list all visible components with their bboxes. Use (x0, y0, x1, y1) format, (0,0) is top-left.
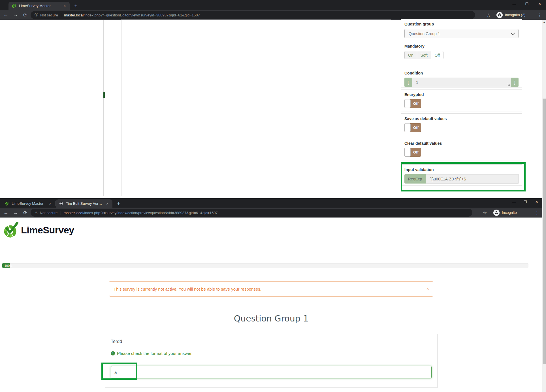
resize-handle-icon[interactable] (507, 84, 510, 86)
survey-navbar: LimeSurvey (0, 218, 542, 243)
mandatory-soft-button[interactable]: Soft (417, 51, 431, 59)
survey-progress-bar: -100% (2, 263, 528, 268)
condition-value: 1 (416, 80, 418, 85)
save-default-card: Save as default values Off (401, 113, 522, 136)
incognito-badge: Incognito (493, 208, 517, 217)
limesurvey-favicon-icon (5, 201, 9, 206)
tab-close-icon[interactable]: × (105, 201, 110, 206)
minimize-button[interactable]: — (508, 0, 521, 8)
condition-input[interactable]: 1 (412, 78, 511, 87)
address-bar[interactable]: ⚠ Not secure master.local /index.php?r=s… (31, 209, 472, 217)
back-icon[interactable]: ← (2, 210, 10, 216)
url-separator (61, 13, 61, 17)
incognito-label: Incognito (2) (505, 13, 525, 17)
input-validation-card: Input validation RegExp ^[\u00E1A-Z0-9\s… (401, 164, 522, 186)
save-default-toggle[interactable]: Off (404, 123, 421, 132)
survey-preview-page: LimeSurvey -100% This survey is currentl… (0, 218, 542, 392)
bookmark-star-icon[interactable]: ☆ (483, 210, 487, 215)
encrypted-toggle-value: Off (411, 99, 421, 108)
incognito-badge: Incognito (2) (496, 11, 525, 19)
globe-favicon-icon (59, 201, 63, 206)
address-bar[interactable]: ⓘ Not secure master.local /index.php?r=q… (31, 11, 475, 19)
browser-menu-icon[interactable]: ⋮ (538, 12, 542, 18)
window-controls: — ❐ ✕ (508, 198, 542, 206)
question-group-card: Question group Question Group 1 (401, 19, 522, 39)
question-group-value: Question Group 1 (409, 31, 440, 36)
mandatory-button-group: On Soft Off (404, 51, 519, 59)
mandatory-off-button[interactable]: Off (431, 51, 443, 59)
validation-tip-text: Please check the format of your answer. (117, 351, 193, 356)
bookmark-star-icon[interactable]: ☆ (487, 12, 490, 18)
chevron-down-icon (511, 31, 515, 35)
incognito-icon (496, 12, 503, 18)
security-label: Not secure (40, 13, 58, 17)
regexp-addon: RegExp (404, 174, 426, 184)
regexp-input[interactable]: ^[\u00E1A-Z0-9\s]+$ (426, 174, 519, 184)
toggle-knob (404, 148, 411, 157)
mandatory-label: Mandatory (404, 44, 519, 48)
security-label: Not secure (40, 211, 58, 215)
toggle-knob (404, 123, 411, 132)
condition-open-brace: { (404, 78, 412, 87)
reload-icon[interactable]: ⟳ (22, 210, 29, 216)
url-path: /index.php?r=survey/index/action/preview… (83, 211, 218, 215)
alert-text: This survey is currently not active. You… (114, 282, 261, 296)
limesurvey-logo[interactable]: LimeSurvey (3, 221, 74, 239)
close-button[interactable]: ✕ (533, 0, 546, 8)
condition-close-brace: } (511, 78, 519, 87)
question-container: Terdd ! Please check the format of your … (105, 334, 438, 388)
encrypted-toggle[interactable]: Off (404, 99, 421, 108)
scroll-up-icon[interactable]: ▲ (542, 21, 546, 23)
question-group-select[interactable]: Question Group 1 (404, 29, 519, 38)
mandatory-on-button[interactable]: On (404, 51, 417, 59)
incognito-icon (493, 210, 500, 216)
question-text: Terdd (111, 339, 122, 344)
window-controls: — ❐ ✕ (508, 0, 546, 8)
clear-default-toggle-value: Off (411, 148, 421, 156)
clear-default-card: Clear default values Off (401, 138, 522, 161)
back-icon[interactable]: ← (2, 12, 10, 18)
tab-survey-preview[interactable]: Tim Edit Survey Verification × (56, 199, 112, 208)
alert-close-icon[interactable]: × (426, 286, 429, 291)
answer-input[interactable]: á (111, 366, 432, 378)
clear-default-label: Clear default values (404, 141, 519, 146)
pane-resize-handle[interactable] (103, 92, 105, 98)
reload-icon[interactable]: ⟳ (22, 12, 29, 18)
clear-default-toggle[interactable]: Off (404, 148, 421, 157)
close-button[interactable]: ✕ (531, 198, 542, 206)
incognito-label: Incognito (502, 210, 517, 215)
new-tab-button[interactable]: + (74, 3, 78, 9)
toggle-knob (404, 99, 411, 108)
url-separator (61, 211, 61, 215)
forward-icon[interactable]: → (12, 12, 19, 18)
validation-tip: ! Please check the format of your answer… (111, 351, 193, 356)
restore-button[interactable]: ❐ (520, 198, 531, 206)
brand-name: LimeSurvey (21, 225, 74, 236)
tab-limesurvey-master[interactable]: LimeSurvey Master × (1, 199, 55, 208)
tab-limesurvey-master[interactable]: LimeSurvey Master × (8, 2, 70, 10)
browser-menu-icon[interactable]: ⋮ (535, 210, 539, 215)
mandatory-card: Mandatory On Soft Off (401, 41, 522, 66)
scrollbar-thumb[interactable] (543, 99, 546, 364)
browser-toolbar: ← → ⟳ ⓘ Not secure master.local /index.p… (0, 10, 546, 20)
tab-close-icon[interactable]: × (48, 201, 52, 206)
forward-icon[interactable]: → (12, 210, 19, 216)
warning-icon[interactable]: ⚠ (35, 211, 38, 215)
question-group-label: Question group (404, 22, 519, 26)
info-icon[interactable]: ⓘ (35, 12, 38, 18)
tab-title: LimeSurvey Master (12, 201, 46, 206)
tab-close-icon[interactable]: × (62, 4, 67, 8)
minimize-button[interactable]: — (508, 198, 520, 206)
condition-label: Condition (404, 71, 519, 75)
question-group-title: Question Group 1 (0, 314, 542, 323)
vertical-scrollbar[interactable]: ▲ (542, 20, 546, 392)
new-tab-button[interactable]: + (117, 200, 120, 207)
regexp-value: ^[\u00E1A-Z0-9\s]+$ (430, 177, 466, 181)
tab-title: Tim Edit Survey Verification (66, 201, 103, 206)
text-caret (117, 370, 117, 375)
tab-title: LimeSurvey Master (19, 4, 60, 8)
limesurvey-favicon-icon (12, 4, 16, 8)
bottom-browser-window: LimeSurvey Master × Tim Edit Survey Veri… (0, 198, 542, 392)
question-edit-panel (121, 20, 391, 196)
restore-button[interactable]: ❐ (521, 0, 533, 8)
